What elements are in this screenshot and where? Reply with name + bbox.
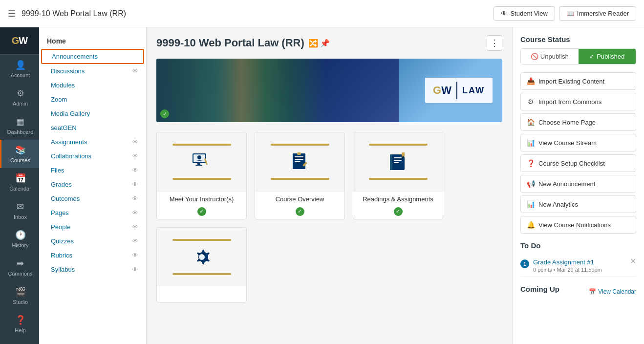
import-existing-label: Import Existing Content [538, 78, 604, 85]
inbox-icon: ✉ [17, 201, 24, 212]
left-nav-home[interactable]: Home [39, 33, 146, 49]
module-bottom-bar-settings [172, 273, 231, 275]
sidebar-item-studio[interactable]: 🎬 Studio [0, 281, 39, 310]
module-top-bar-overview [271, 144, 329, 146]
student-view-button[interactable]: 👁 Student View [494, 6, 555, 21]
topbar-left: ☰ 9999-10 Web Portal Law (RR) [8, 8, 488, 19]
left-nav-item-outcomes[interactable]: Outcomes 👁 [39, 192, 146, 206]
rubrics-label: Rubrics [51, 252, 72, 259]
overview-icon [288, 150, 312, 174]
svg-rect-6 [195, 165, 202, 166]
left-nav-item-modules[interactable]: Modules [39, 78, 146, 92]
svg-point-22 [199, 254, 205, 260]
calendar-link-icon: 📅 [589, 288, 596, 295]
import-existing-icon: 📥 [527, 77, 535, 85]
sidebar-item-courses-label: Courses [10, 157, 30, 163]
module-top-bar-readings [369, 144, 428, 146]
import-from-commons-button[interactable]: ⚙ Import from Commons [520, 93, 636, 110]
left-nav-item-discussions[interactable]: Discussions 👁 [39, 64, 146, 78]
left-nav-item-assignments[interactable]: Assignments 👁 [39, 135, 146, 149]
sidebar-logo: GW [0, 27, 39, 55]
page-title: 9999-10 Web Portal Law (RR) [156, 37, 304, 49]
todo-close-button[interactable]: ✕ [630, 257, 636, 266]
sidebar-item-account[interactable]: 👤 Account [0, 55, 39, 83]
left-nav: Home Announcements Discussions 👁 Modules… [39, 27, 147, 344]
module-card-readings[interactable]: Readings & Assignments ✓ [353, 132, 443, 219]
sidebar-item-inbox[interactable]: ✉ Inbox [0, 196, 39, 225]
collaborations-eye-icon: 👁 [132, 152, 138, 160]
view-course-notifications-button[interactable]: 🔔 View Course Notifications [520, 216, 636, 234]
module-card-settings[interactable]: Settings [156, 227, 247, 302]
assignments-label: Assignments [51, 138, 87, 146]
instructor-icon [190, 150, 214, 174]
left-nav-item-quizzes[interactable]: Quizzes 👁 [39, 234, 146, 248]
import-existing-content-button[interactable]: 📥 Import Existing Content [520, 72, 636, 90]
hamburger-menu-icon[interactable]: ☰ [8, 8, 16, 19]
people-label: People [51, 223, 70, 231]
choose-home-page-button[interactable]: 🏠 Choose Home Page [520, 113, 636, 131]
svg-rect-10 [295, 159, 303, 160]
assignments-eye-icon: 👁 [132, 138, 138, 146]
svg-rect-5 [197, 163, 200, 165]
topbar-course-title: 9999-10 Web Portal Law (RR) [21, 9, 126, 18]
home-page-icon: 🏠 [527, 118, 535, 126]
commons-icon: ➡ [17, 258, 24, 269]
left-nav-item-pages[interactable]: Pages 👁 [39, 206, 146, 220]
sidebar-item-help[interactable]: ❓ Help [0, 310, 39, 338]
sidebar-item-courses[interactable]: 📚 Courses [0, 140, 39, 168]
module-card-instructor[interactable]: Meet Your Instructor(s) ✓ [156, 132, 247, 219]
sidebar-item-dashboard[interactable]: ▦ Dashboard [0, 111, 39, 140]
settings-icon [190, 245, 214, 269]
new-announcement-icon: 📢 [527, 180, 535, 188]
sidebar-item-calendar[interactable]: 📅 Calendar [0, 168, 39, 196]
new-analytics-button[interactable]: 📊 New Analytics [520, 195, 636, 213]
left-nav-item-rubrics[interactable]: Rubrics 👁 [39, 248, 146, 262]
module-card-label-overview: Course Overview [255, 191, 344, 207]
new-announcement-button[interactable]: 📢 New Announcement [520, 175, 636, 193]
student-view-icon: 👁 [501, 10, 507, 17]
view-calendar-link[interactable]: 📅 View Calendar [589, 288, 636, 295]
collaborations-label: Collaborations [51, 152, 91, 160]
banner-g: G [433, 84, 441, 96]
immersive-reader-button[interactable]: 📖 Immersive Reader [559, 6, 636, 21]
setup-checklist-icon: ❓ [527, 159, 535, 167]
svg-rect-16 [390, 154, 392, 170]
left-nav-item-media-gallery[interactable]: Media Gallery [39, 107, 146, 121]
left-nav-item-people[interactable]: People 👁 [39, 220, 146, 234]
sidebar-item-history[interactable]: 🕐 History [0, 225, 39, 253]
todo-section: To Do 1 Grade Assignment #1 0 points • M… [520, 241, 636, 277]
sidebar-item-dashboard-label: Dashboard [7, 129, 34, 135]
unpublish-button[interactable]: 🚫 Unpublish [521, 49, 579, 64]
published-button[interactable]: ✓ Published [579, 49, 636, 64]
todo-item-title[interactable]: Grade Assignment #1 [533, 258, 636, 266]
module-card-overview[interactable]: Course Overview ✓ [255, 132, 345, 219]
svg-rect-18 [394, 160, 402, 161]
student-view-label: Student View [510, 10, 547, 17]
calendar-icon: 📅 [15, 173, 26, 184]
left-nav-item-zoom[interactable]: Zoom [39, 92, 146, 107]
course-setup-checklist-button[interactable]: ❓ Course Setup Checklist [520, 154, 636, 172]
left-nav-item-syllabus[interactable]: Syllabus 👁 [39, 262, 146, 277]
page-header: 9999-10 Web Portal Law (RR) 🔀 📌 ⋮ [156, 35, 502, 51]
unpublish-icon: 🚫 [531, 53, 538, 60]
course-banner: GW LAW ✓ [156, 59, 502, 122]
quizzes-eye-icon: 👁 [132, 237, 138, 245]
sidebar-item-admin[interactable]: ⚙ Admin [0, 83, 39, 111]
history-icon: 🕐 [15, 230, 26, 240]
left-nav-item-announcements[interactable]: Announcements [41, 49, 144, 64]
module-card-img-readings [353, 132, 443, 191]
left-nav-item-seatgen[interactable]: seatGEN [39, 121, 146, 135]
left-nav-item-files[interactable]: Files 👁 [39, 163, 146, 177]
files-label: Files [51, 167, 64, 174]
seatgen-label: seatGEN [51, 124, 77, 131]
sidebar-item-inbox-label: Inbox [14, 214, 27, 220]
overview-check-icon: ✓ [296, 207, 304, 216]
more-options-button[interactable]: ⋮ [487, 35, 502, 51]
sidebar-item-commons-label: Commons [8, 271, 32, 277]
left-nav-item-grades[interactable]: Grades 👁 [39, 177, 146, 192]
sidebar-item-commons[interactable]: ➡ Commons [0, 253, 39, 281]
todo-item: 1 Grade Assignment #1 0 points • Mar 29 … [520, 255, 636, 277]
module-card-img-overview [255, 132, 344, 191]
view-course-stream-button[interactable]: 📊 View Course Stream [520, 134, 636, 151]
left-nav-item-collaborations[interactable]: Collaborations 👁 [39, 149, 146, 163]
